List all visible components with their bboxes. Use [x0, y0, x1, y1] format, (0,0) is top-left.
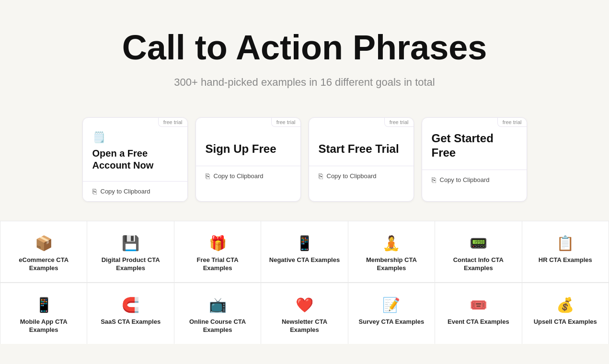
- category-label-upsell: Upsell CTA Examples: [534, 318, 597, 326]
- page-title: Call to Action Phrases: [10, 29, 599, 67]
- category-emoji-digital-product: 💾: [122, 235, 139, 251]
- clipboard-icon-3: ⎘: [319, 172, 323, 180]
- copy-button-2[interactable]: ⎘ Copy to Clipboard: [196, 166, 300, 186]
- categories-row-2: 📱Mobile App CTA Examples🧲SaaS CTA Exampl…: [0, 282, 609, 344]
- category-item-digital-product[interactable]: 💾Digital Product CTA Examples: [87, 221, 174, 282]
- cta-cards-section: free trial 🗒️ Open a Free Account Now ⎘ …: [0, 108, 609, 216]
- category-label-membership: Membership CTA Examples: [356, 256, 427, 273]
- category-emoji-free-trial: 🎁: [209, 235, 227, 251]
- category-label-survey: Survey CTA Examples: [359, 318, 425, 326]
- clipboard-label-1: Copy to Clipboard: [101, 188, 150, 195]
- category-emoji-hr: 📋: [556, 235, 574, 251]
- hero-subtitle: 300+ hand-picked examples in 16 differen…: [10, 76, 599, 89]
- category-label-hr: HR CTA Examples: [539, 256, 592, 264]
- category-label-digital-product: Digital Product CTA Examples: [95, 256, 166, 273]
- clipboard-icon-2: ⎘: [206, 172, 210, 180]
- category-emoji-online-course: 📺: [209, 296, 227, 313]
- clipboard-label-2: Copy to Clipboard: [214, 172, 264, 180]
- category-label-newsletter: Newsletter CTA Examples: [269, 318, 340, 334]
- category-item-negative[interactable]: 📱Negative CTA Examples: [261, 221, 348, 282]
- cta-card-2: free trial Sign Up Free ⎘ Copy to Clipbo…: [195, 117, 301, 202]
- card-text-2: Sign Up Free: [206, 142, 291, 156]
- category-emoji-negative: 📱: [296, 235, 313, 251]
- copy-button-1[interactable]: ⎘ Copy to Clipboard: [83, 181, 187, 201]
- category-emoji-mobile-app: 📱: [35, 296, 53, 313]
- clipboard-label-4: Copy to Clipboard: [440, 176, 490, 183]
- cta-card-4: free trial Get Started Free ⎘ Copy to Cl…: [422, 117, 527, 202]
- categories-section: 📦eCommerce CTA Examples💾Digital Product …: [0, 216, 609, 344]
- category-label-negative: Negative CTA Examples: [269, 256, 340, 264]
- clipboard-icon-1: ⎘: [92, 187, 97, 195]
- clipboard-icon-4: ⎘: [432, 176, 436, 184]
- category-label-online-course: Online Course CTA Examples: [182, 318, 253, 334]
- card-text-1: Open a Free Account Now: [92, 148, 178, 171]
- category-item-survey[interactable]: 📝Survey CTA Examples: [348, 283, 435, 344]
- category-label-event: Event CTA Examples: [448, 318, 509, 326]
- copy-button-4[interactable]: ⎘ Copy to Clipboard: [422, 170, 527, 190]
- category-emoji-saas: 🧲: [122, 296, 139, 313]
- category-item-hr[interactable]: 📋HR CTA Examples: [522, 221, 609, 282]
- category-emoji-ecommerce: 📦: [35, 235, 53, 251]
- category-emoji-newsletter: ❤️: [296, 296, 313, 313]
- category-item-saas[interactable]: 🧲SaaS CTA Examples: [87, 283, 174, 344]
- category-item-online-course[interactable]: 📺Online Course CTA Examples: [174, 283, 261, 344]
- cta-card-1: free trial 🗒️ Open a Free Account Now ⎘ …: [82, 117, 188, 202]
- category-item-upsell[interactable]: 💰Upsell CTA Examples: [522, 283, 609, 344]
- card-text-4: Get Started Free: [432, 131, 517, 160]
- category-emoji-event: 🎟️: [470, 296, 487, 313]
- category-item-free-trial[interactable]: 🎁Free Trial CTA Examples: [174, 221, 261, 282]
- category-emoji-membership: 🧘: [382, 235, 400, 251]
- badge-4: free trial: [497, 118, 527, 127]
- category-emoji-contact-info: 📟: [470, 235, 487, 251]
- card-text-3: Start Free Trial: [319, 142, 404, 156]
- copy-button-3[interactable]: ⎘ Copy to Clipboard: [309, 166, 414, 186]
- clipboard-label-3: Copy to Clipboard: [327, 172, 377, 180]
- category-label-free-trial: Free Trial CTA Examples: [182, 256, 253, 273]
- cta-card-3: free trial Start Free Trial ⎘ Copy to Cl…: [309, 117, 414, 202]
- category-item-event[interactable]: 🎟️Event CTA Examples: [435, 283, 522, 344]
- categories-row-1: 📦eCommerce CTA Examples💾Digital Product …: [0, 221, 609, 282]
- category-emoji-upsell: 💰: [556, 296, 574, 313]
- card-top-1: 🗒️ Open a Free Account Now: [83, 118, 187, 181]
- category-label-saas: SaaS CTA Examples: [101, 318, 161, 326]
- badge-1: free trial: [158, 118, 187, 127]
- category-item-ecommerce[interactable]: 📦eCommerce CTA Examples: [0, 221, 87, 282]
- hero-section: Call to Action Phrases 300+ hand-picked …: [0, 0, 609, 108]
- category-label-contact-info: Contact Info CTA Examples: [443, 256, 514, 273]
- category-label-ecommerce: eCommerce CTA Examples: [8, 256, 79, 273]
- category-item-contact-info[interactable]: 📟Contact Info CTA Examples: [435, 221, 522, 282]
- badge-3: free trial: [384, 118, 414, 127]
- category-item-newsletter[interactable]: ❤️Newsletter CTA Examples: [261, 283, 348, 344]
- card-emoji-1: 🗒️: [92, 131, 178, 144]
- category-emoji-survey: 📝: [382, 296, 400, 313]
- category-label-mobile-app: Mobile App CTA Examples: [8, 318, 79, 334]
- badge-2: free trial: [271, 118, 300, 127]
- category-item-membership[interactable]: 🧘Membership CTA Examples: [348, 221, 435, 282]
- category-item-mobile-app[interactable]: 📱Mobile App CTA Examples: [0, 283, 87, 344]
